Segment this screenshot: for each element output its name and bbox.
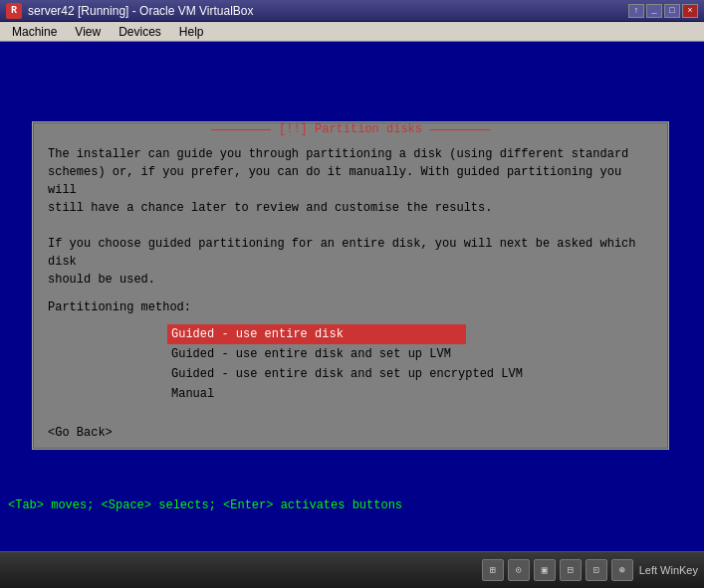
statusbar-text: <Tab> moves; <Space> selects; <Enter> ac… xyxy=(8,498,402,512)
taskbar-icon-2[interactable]: ⊙ xyxy=(508,559,530,581)
maximize-button[interactable]: □ xyxy=(664,4,680,18)
window-controls[interactable]: ↑ _ □ × xyxy=(628,4,698,18)
menubar: Machine View Devices Help xyxy=(0,22,704,42)
desc-line2: schemes) or, if you prefer, you can do i… xyxy=(48,163,653,199)
titlebar: R server42 [Running] - Oracle VM Virtual… xyxy=(0,0,704,22)
desc-line6: should be used. xyxy=(48,271,653,289)
app-icon: R xyxy=(6,3,22,19)
taskbar-icon-5[interactable]: ⊡ xyxy=(586,559,607,581)
dialog-title-bar: [!!] Partition disks xyxy=(211,122,490,136)
desc-line3: still have a chance later to review and … xyxy=(48,199,653,217)
desc-line5: If you choose guided partitioning for an… xyxy=(48,235,653,271)
close-button[interactable]: × xyxy=(682,4,698,18)
minimize-button[interactable]: _ xyxy=(646,4,662,18)
go-back-button[interactable]: <Go Back> xyxy=(48,424,653,442)
menu-view[interactable]: View xyxy=(67,23,109,41)
pin-button[interactable]: ↑ xyxy=(628,4,644,18)
menu-devices[interactable]: Devices xyxy=(111,23,169,41)
statusbar: <Tab> moves; <Space> selects; <Enter> ac… xyxy=(0,494,704,514)
menu-help[interactable]: Help xyxy=(171,23,212,41)
menu-machine[interactable]: Machine xyxy=(4,23,65,41)
title-line-left xyxy=(211,129,271,130)
taskbar-icon-6[interactable]: ⊛ xyxy=(611,559,633,581)
desc-line1: The installer can guide you through part… xyxy=(48,145,653,163)
taskbar-icon-3[interactable]: ▣ xyxy=(534,559,556,581)
taskbar-icon-1[interactable]: ⊞ xyxy=(482,559,504,581)
dialog-content: The installer can guide you through part… xyxy=(48,145,653,442)
option-guided-entire[interactable]: Guided - use entire disk xyxy=(167,324,466,344)
partitioning-label: Partitioning method: xyxy=(48,298,653,316)
window-title: server42 [Running] - Oracle VM VirtualBo… xyxy=(28,4,254,18)
options-list[interactable]: Guided - use entire disk Guided - use en… xyxy=(167,324,653,404)
taskbar: ⊞ ⊙ ▣ ⊟ ⊡ ⊛ Left WinKey xyxy=(0,551,704,588)
option-guided-encrypted-lvm[interactable]: Guided - use entire disk and set up encr… xyxy=(167,364,653,384)
taskbar-icon-4[interactable]: ⊟ xyxy=(560,559,582,581)
description-text: The installer can guide you through part… xyxy=(48,145,653,289)
vm-screen: [!!] Partition disks The installer can g… xyxy=(0,42,704,551)
option-manual[interactable]: Manual xyxy=(167,384,653,404)
option-guided-lvm[interactable]: Guided - use entire disk and set up LVM xyxy=(167,344,653,364)
taskbar-label: Left WinKey xyxy=(639,564,698,576)
titlebar-left: R server42 [Running] - Oracle VM Virtual… xyxy=(6,3,254,19)
dialog-title: [!!] Partition disks xyxy=(275,122,426,136)
title-line-right xyxy=(430,129,490,130)
installer-dialog: [!!] Partition disks The installer can g… xyxy=(32,121,669,450)
